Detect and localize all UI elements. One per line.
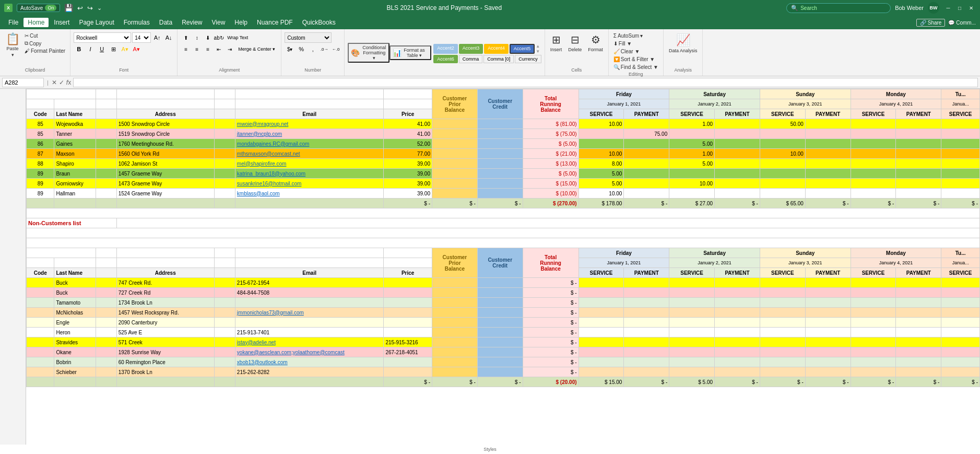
align-top-button[interactable]: ⬆ [181, 32, 191, 43]
menu-formulas[interactable]: Formulas [120, 18, 154, 27]
fill-button[interactable]: ⬇ Fill ▼ [612, 40, 633, 47]
align-left-button[interactable]: ≡ [181, 44, 191, 54]
insert-cells-button[interactable]: ⊞ Insert [548, 32, 564, 53]
wrap-text-button[interactable]: Wrap Text [225, 32, 251, 43]
menu-help[interactable]: Help [230, 18, 252, 27]
format-cells-button[interactable]: ⚙ Format [586, 32, 605, 53]
menu-home[interactable]: Home [23, 18, 49, 27]
cut-button[interactable]: ✂ Cut [23, 32, 67, 39]
border-button[interactable]: ⊞ [108, 44, 119, 54]
menu-nuance[interactable]: Nuance PDF [253, 18, 297, 27]
accent3-button[interactable]: Accent3 [459, 44, 483, 54]
lastname-header: Last Name [54, 109, 96, 119]
menu-quickbooks[interactable]: QuickBooks [298, 18, 340, 27]
restore-button[interactable]: □ [955, 3, 964, 13]
spreadsheet-container: CustomerPriorBalance CustomerCredit Tota… [0, 89, 980, 445]
cells-group: ⊞ Insert ⊟ Delete ⚙ Format Cells [545, 29, 609, 76]
sheet-content[interactable]: CustomerPriorBalance CustomerCredit Tota… [26, 89, 980, 445]
insert-function-icon[interactable]: fx [66, 79, 71, 86]
fri-svc-header: SERVICE [578, 109, 624, 119]
autosum-button[interactable]: Σ AutoSum ▾ [612, 32, 644, 39]
conditional-formatting-button[interactable]: 🎨 ConditionalFormatting ▾ [348, 43, 389, 63]
accent2-button[interactable]: Accent2 [433, 44, 458, 54]
comma-format-button[interactable]: , [308, 44, 318, 54]
copy-button[interactable]: ⧉ Copy [23, 40, 67, 47]
share-button[interactable]: 🔗 Share [916, 19, 945, 27]
format-painter-button[interactable]: 🖌 Format Painter [23, 48, 67, 54]
menu-file[interactable]: File [4, 18, 22, 27]
clear-button[interactable]: 🧹 Clear ▼ [612, 48, 642, 55]
text-direction-button[interactable]: ab↻ [214, 32, 224, 43]
increase-font-button[interactable]: A↑ [152, 32, 162, 43]
undo-icon[interactable]: ↩ [77, 4, 83, 12]
tuesday-header: Tu... [941, 89, 980, 99]
align-bottom-button[interactable]: ⬇ [203, 32, 213, 43]
tue-svc-header: SERVICE [941, 109, 980, 119]
autosave-button[interactable]: AutoSave On [17, 4, 60, 12]
accent6-button[interactable]: Accent6 [433, 55, 458, 63]
find-select-button[interactable]: 🔍 Find & Select ▼ [612, 64, 660, 71]
cancel-formula-icon[interactable]: ✕ [52, 79, 57, 86]
accent5-button[interactable]: Accent5 [510, 44, 535, 54]
fill-color-button[interactable]: A▾ [120, 44, 130, 54]
comma-button[interactable]: Comma [459, 55, 483, 63]
menu-bar: File Home Insert Page Layout Formulas Da… [0, 16, 980, 29]
format-as-table-button[interactable]: 📊 Format asTable ▾ [389, 45, 431, 60]
formula-input[interactable] [73, 78, 978, 87]
font-name-selector[interactable]: Rockwell [74, 32, 131, 43]
increase-decimal-button[interactable]: .0→ [319, 44, 329, 54]
menu-insert[interactable]: Insert [50, 18, 74, 27]
currency-format-button[interactable]: $▾ [285, 44, 295, 54]
redo-icon[interactable]: ↪ [87, 4, 93, 12]
menu-page-layout[interactable]: Page Layout [75, 18, 118, 27]
close-button[interactable]: ✕ [966, 3, 976, 13]
autosave-toggle[interactable]: On [45, 5, 56, 11]
styles-group: 🎨 ConditionalFormatting ▾ 📊 Format asTab… [345, 29, 545, 76]
number-format-selector[interactable]: Custom General Number Currency Accountin… [285, 32, 332, 43]
fri-pay-header: PAYMENT [624, 109, 669, 119]
align-right-button[interactable]: ≡ [203, 44, 213, 54]
totals-row-top: $ - $ - $ - $ (270.00) $ 178.00 $ - $ 27… [27, 199, 980, 208]
font-size-selector[interactable]: 14 [132, 32, 151, 43]
spreadsheet-table: CustomerPriorBalance CustomerCredit Tota… [26, 89, 980, 387]
font-color-button[interactable]: A▾ [131, 44, 141, 54]
minimize-button[interactable]: ─ [943, 3, 953, 13]
table-row: Buck 747 Creek Rd. 215-672-1954 $ - [27, 278, 980, 288]
decrease-decimal-button[interactable]: ←.0 [330, 44, 341, 54]
editing-group: Σ AutoSum ▾ ⬇ Fill ▼ 🧹 Clear ▼ 🔽 Sort & … [609, 29, 664, 76]
increase-indent-button[interactable]: ⇥ [225, 44, 235, 54]
underline-button[interactable]: U [97, 44, 107, 54]
sunday-header: Sunday [760, 89, 851, 99]
bold-button[interactable]: B [74, 44, 84, 54]
menu-data[interactable]: Data [155, 18, 176, 27]
menu-review[interactable]: Review [178, 18, 206, 27]
merge-center-button[interactable]: Merge & Center ▾ [235, 44, 278, 54]
align-middle-button[interactable]: ↕ [192, 32, 202, 43]
table-row [27, 238, 980, 248]
decrease-font-button[interactable]: A↓ [163, 32, 174, 43]
sort-filter-button[interactable]: 🔽 Sort & Filter ▼ [612, 56, 656, 63]
accent4-button[interactable]: Accent4 [484, 44, 509, 54]
currency-button[interactable]: Currency [515, 55, 541, 63]
alignment-group: ⬆ ↕ ⬇ ab↻ Wrap Text ≡ ≡ ≡ ⇤ ⇥ Merge & Ce… [178, 29, 281, 76]
decrease-indent-button[interactable]: ⇤ [214, 44, 224, 54]
align-center-button[interactable]: ≡ [192, 44, 202, 54]
paste-button[interactable]: 📋 Paste▾ [3, 32, 22, 59]
comma0-button[interactable]: Comma [0] [483, 55, 514, 63]
save-icon[interactable]: 💾 [64, 4, 73, 12]
percent-format-button[interactable]: % [296, 44, 306, 54]
italic-button[interactable]: I [85, 44, 96, 54]
menu-view[interactable]: View [208, 18, 230, 27]
customer-credit-header: CustomerCredit [477, 89, 523, 119]
customize-icon[interactable]: ⌄ [97, 5, 102, 11]
table-row: McNicholas 1457 West Rockspray Rd. jmmon… [27, 308, 980, 318]
non-customers-row: Non-Customers list [27, 218, 980, 228]
delete-cells-button[interactable]: ⊟ Delete [566, 32, 584, 53]
search-box[interactable]: 🔍 Search [786, 3, 891, 13]
table-row: 89 Braun 1457 Graeme Way katrina_braun18… [27, 169, 980, 179]
comments-button[interactable]: 💬 Comm... [948, 20, 976, 26]
table-row: 89 Hallman 1524 Graeme Way kmblass@aol.c… [27, 189, 980, 199]
name-box[interactable] [2, 78, 44, 87]
data-analysis-button[interactable]: 📈 Data Analysis [667, 32, 700, 54]
confirm-formula-icon[interactable]: ✓ [59, 79, 64, 86]
